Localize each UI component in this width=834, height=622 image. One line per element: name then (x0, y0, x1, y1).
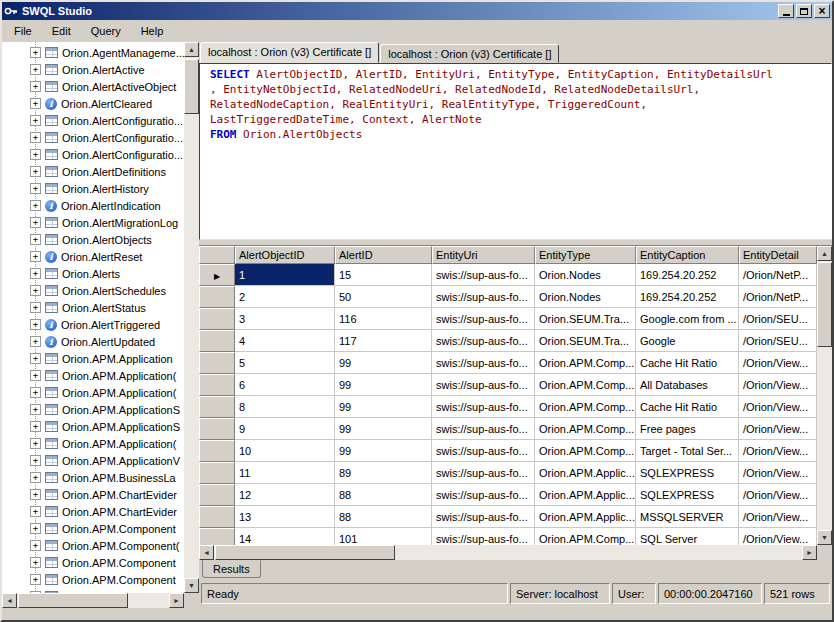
menu-item-query[interactable]: Query (81, 22, 131, 40)
grid-cell[interactable]: 10 (235, 440, 335, 462)
close-button[interactable] (814, 4, 830, 18)
grid-cell[interactable]: /Orion/View... (739, 484, 817, 506)
grid-cell[interactable]: Orion.APM.Applic... (535, 484, 636, 506)
grid-cell[interactable]: Orion.APM.Comp... (535, 374, 636, 396)
expand-plus-icon[interactable] (30, 234, 41, 245)
expand-plus-icon[interactable] (30, 472, 41, 483)
grid-cell[interactable]: /Orion/View... (739, 418, 817, 440)
tree-horizontal-scrollbar[interactable] (2, 593, 184, 608)
grid-cell[interactable]: swis://sup-aus-fo... (432, 462, 535, 484)
tree-item[interactable]: Orion.APM.Component( (2, 537, 184, 554)
grid-cell[interactable]: 88 (335, 484, 432, 506)
grid-corner-cell[interactable] (199, 246, 235, 264)
tree-item[interactable]: Orion.APM.Application( (2, 367, 184, 384)
grid-cell[interactable]: 99 (335, 374, 432, 396)
expand-plus-icon[interactable] (30, 302, 41, 313)
grid-cell[interactable]: 116 (335, 308, 432, 330)
expand-plus-icon[interactable] (30, 149, 41, 160)
scroll-up-icon[interactable] (184, 42, 199, 57)
tree-item[interactable]: Orion.AlertCleared (2, 95, 184, 112)
grid-cell[interactable]: Orion.Nodes (535, 286, 636, 308)
grid-cell[interactable]: 13 (235, 506, 335, 528)
grid-cell[interactable]: Orion.APM.Comp... (535, 396, 636, 418)
expand-plus-icon[interactable] (30, 166, 41, 177)
maximize-button[interactable] (796, 4, 812, 18)
expand-plus-icon[interactable] (30, 591, 41, 593)
row-selector[interactable] (199, 308, 235, 330)
grid-cell[interactable]: Cache Hit Ratio (636, 396, 739, 418)
expand-plus-icon[interactable] (30, 336, 41, 347)
scrollbar-thumb[interactable] (184, 59, 199, 114)
grid-cell[interactable]: /Orion/View... (739, 374, 817, 396)
expand-plus-icon[interactable] (30, 98, 41, 109)
query-tab-1[interactable]: localhost : Orion (v3) Certificate [] (200, 42, 379, 63)
grid-cell[interactable]: /Orion/View... (739, 506, 817, 528)
grid-cell[interactable]: 8 (235, 396, 335, 418)
expand-plus-icon[interactable] (30, 455, 41, 466)
scrollbar-thumb[interactable] (817, 262, 832, 347)
expand-plus-icon[interactable] (30, 523, 41, 534)
expand-plus-icon[interactable] (30, 115, 41, 126)
scroll-right-icon[interactable] (169, 593, 184, 608)
scroll-left-icon[interactable] (2, 593, 17, 608)
tree-item[interactable]: Orion.APM.Component (2, 520, 184, 537)
grid-column-header[interactable]: AlertObjectID (235, 246, 335, 264)
grid-cell[interactable]: 6 (235, 374, 335, 396)
grid-cell[interactable]: swis://sup-aus-fo... (432, 286, 535, 308)
grid-cell[interactable]: Orion.APM.Applic... (535, 506, 636, 528)
scrollbar-track[interactable] (184, 57, 199, 578)
expand-plus-icon[interactable] (30, 81, 41, 92)
grid-cell[interactable]: 169.254.20.252 (636, 264, 739, 286)
scroll-right-icon[interactable] (802, 545, 817, 560)
grid-column-header[interactable]: EntityUri (432, 246, 535, 264)
grid-cell[interactable]: 88 (335, 506, 432, 528)
tree-item[interactable]: Orion.APM.ApplicationV (2, 452, 184, 469)
scroll-up-icon[interactable] (817, 246, 832, 261)
tree-item[interactable]: Orion.APM.ApplicationS (2, 418, 184, 435)
tree-item[interactable]: Orion.AlertSchedules (2, 282, 184, 299)
grid-vertical-scrollbar[interactable] (817, 246, 832, 545)
grid-cell[interactable]: MSSQLSERVER (636, 506, 739, 528)
grid-cell[interactable]: SQLEXPRESS (636, 484, 739, 506)
grid-cell[interactable]: /Orion/SEU... (739, 330, 817, 352)
grid-cell[interactable]: 5 (235, 352, 335, 374)
tree-item[interactable]: Orion.APM.Application (2, 350, 184, 367)
expand-plus-icon[interactable] (30, 506, 41, 517)
grid-cell[interactable]: 11 (235, 462, 335, 484)
row-selector[interactable] (199, 418, 235, 440)
scrollbar-track[interactable] (817, 261, 832, 530)
expand-plus-icon[interactable] (30, 489, 41, 500)
tree-item[interactable]: Orion.APM.Component (2, 571, 184, 588)
tree-item[interactable]: Orion.Alerts (2, 265, 184, 282)
tree-item[interactable]: Orion.AlertDefinitions (2, 163, 184, 180)
query-tab-2[interactable]: localhost : Orion (v3) Certificate [] (380, 44, 559, 63)
grid-cell[interactable]: Orion.APM.Comp... (535, 440, 636, 462)
expand-plus-icon[interactable] (30, 319, 41, 330)
expand-plus-icon[interactable] (30, 557, 41, 568)
expand-plus-icon[interactable] (30, 132, 41, 143)
tree-item[interactable]: Orion.AlertConfiguratio... (2, 129, 184, 146)
tree-item[interactable]: Orion.APM.ChartEvider (2, 503, 184, 520)
scrollbar-thumb[interactable] (215, 545, 395, 560)
grid-cell[interactable]: Free pages (636, 418, 739, 440)
grid-cell[interactable]: swis://sup-aus-fo... (432, 440, 535, 462)
grid-cell[interactable]: swis://sup-aus-fo... (432, 506, 535, 528)
tree-item[interactable]: Orion.AlertObjects (2, 231, 184, 248)
expand-plus-icon[interactable] (30, 387, 41, 398)
tree-item[interactable]: Orion.AlertConfiguratio... (2, 112, 184, 129)
menu-item-file[interactable]: File (4, 22, 42, 40)
grid-cell[interactable]: Target - Total Ser... (636, 440, 739, 462)
tree-item[interactable]: Orion.APM.ChartEvider (2, 486, 184, 503)
grid-cell[interactable]: 99 (335, 418, 432, 440)
expand-plus-icon[interactable] (30, 217, 41, 228)
grid-cell[interactable]: 50 (335, 286, 432, 308)
grid-cell[interactable]: /Orion/NetP... (739, 286, 817, 308)
grid-cell[interactable]: Orion.APM.Applic... (535, 462, 636, 484)
tree-vertical-scrollbar[interactable] (184, 42, 199, 593)
scroll-down-icon[interactable] (184, 578, 199, 593)
tree-item[interactable]: Orion.APM.Application( (2, 384, 184, 401)
expand-plus-icon[interactable] (30, 285, 41, 296)
grid-cell[interactable]: Orion.SEUM.Tra... (535, 330, 636, 352)
grid-cell[interactable]: /Orion/View... (739, 462, 817, 484)
row-selector[interactable] (199, 506, 235, 528)
